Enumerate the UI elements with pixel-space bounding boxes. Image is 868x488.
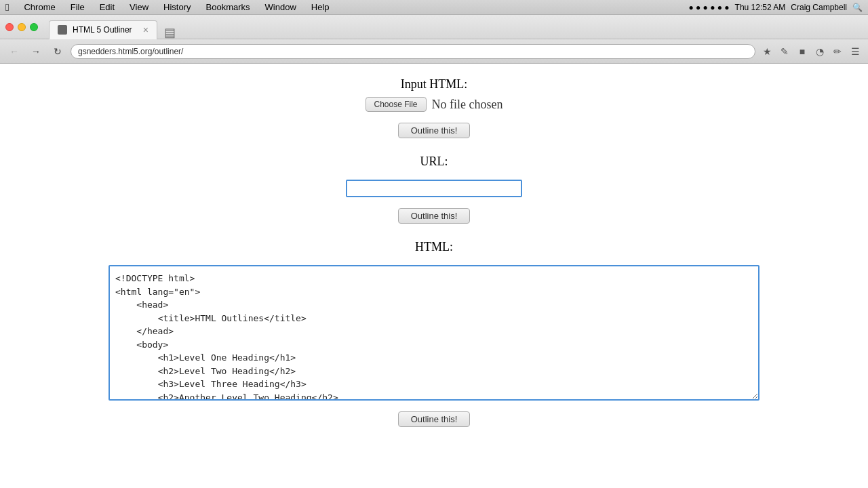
extension-icon[interactable]: ■ bbox=[795, 44, 810, 59]
reload-button[interactable]: ↻ bbox=[49, 44, 66, 59]
minimize-button[interactable] bbox=[18, 23, 26, 31]
html-textarea[interactable] bbox=[108, 265, 760, 401]
apple-menu[interactable]:  bbox=[5, 1, 9, 13]
html-section-label: HTML: bbox=[415, 240, 453, 254]
bookmark-star-icon[interactable]: ★ bbox=[760, 44, 774, 59]
forward-button[interactable]: → bbox=[27, 44, 45, 59]
search-icon[interactable]: 🔍 bbox=[852, 3, 863, 12]
outline-button-2[interactable]: Outline this! bbox=[398, 208, 471, 224]
menu-bar-user: Craig Campbell bbox=[791, 3, 847, 12]
tab-title: HTML 5 Outliner bbox=[73, 25, 138, 35]
new-tab-button[interactable]: ▤ bbox=[160, 26, 179, 39]
url-section-label: URL: bbox=[420, 155, 448, 169]
eyedropper-icon[interactable]: ◔ bbox=[812, 44, 827, 59]
menu-icon[interactable]: ☰ bbox=[848, 44, 863, 59]
address-bar[interactable]: gsnedders.html5.org/outliner/ bbox=[71, 44, 755, 59]
chrome-window: HTML 5 Outliner × ▤ ← → ↻ gsnedders.html… bbox=[0, 15, 868, 488]
choose-file-button[interactable]: Choose File bbox=[366, 97, 427, 112]
url-text: gsnedders.html5.org/outliner/ bbox=[78, 47, 748, 56]
menu-help[interactable]: Help bbox=[309, 2, 332, 12]
tab-close-icon[interactable]: × bbox=[143, 25, 149, 35]
menu-bar:  Chrome File Edit View History Bookmark… bbox=[0, 0, 868, 15]
back-button[interactable]: ← bbox=[5, 44, 23, 59]
menu-bar-icons: ● ● ● ● ● ● bbox=[688, 3, 729, 12]
menu-bookmarks[interactable]: Bookmarks bbox=[203, 2, 253, 12]
edit-icon[interactable]: ✎ bbox=[777, 44, 792, 59]
page-content: Input HTML: Choose File No file chosen O… bbox=[0, 64, 868, 488]
menu-bar-right: ● ● ● ● ● ● Thu 12:52 AM Craig Campbell … bbox=[688, 3, 863, 12]
no-file-text: No file chosen bbox=[432, 98, 503, 112]
maximize-button[interactable] bbox=[30, 23, 38, 31]
nav-bar: ← → ↻ gsnedders.html5.org/outliner/ ★ ✎ … bbox=[0, 39, 868, 64]
outline-button-1[interactable]: Outline this! bbox=[398, 123, 471, 138]
menu-window[interactable]: Window bbox=[262, 2, 299, 12]
menu-file[interactable]: File bbox=[68, 2, 87, 12]
menu-view[interactable]: View bbox=[127, 2, 151, 12]
close-button[interactable] bbox=[5, 23, 14, 31]
traffic-lights bbox=[5, 23, 38, 31]
nav-icons: ★ ✎ ■ ◔ ✏ ☰ bbox=[760, 44, 863, 59]
browser-tab[interactable]: HTML 5 Outliner × bbox=[49, 20, 157, 39]
tab-favicon bbox=[58, 25, 67, 35]
menu-edit[interactable]: Edit bbox=[97, 2, 117, 12]
title-bar: HTML 5 Outliner × ▤ bbox=[0, 15, 868, 39]
menu-chrome[interactable]: Chrome bbox=[21, 2, 58, 12]
menu-history[interactable]: History bbox=[161, 2, 193, 12]
outline-button-3[interactable]: Outline this! bbox=[398, 411, 471, 427]
menu-bar-time: Thu 12:52 AM bbox=[735, 3, 786, 12]
file-section-label: Input HTML: bbox=[401, 77, 468, 92]
pencil-icon[interactable]: ✏ bbox=[830, 44, 845, 59]
url-input[interactable] bbox=[346, 180, 522, 197]
tab-bar: HTML 5 Outliner × ▤ bbox=[49, 15, 179, 39]
file-input-row: Choose File No file chosen bbox=[366, 97, 503, 112]
